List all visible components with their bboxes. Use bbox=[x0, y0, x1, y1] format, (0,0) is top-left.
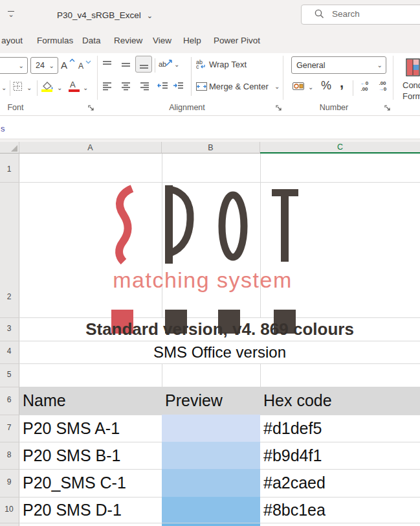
bottom-align-button[interactable] bbox=[135, 56, 152, 73]
font-size-select[interactable]: 24⌄ bbox=[30, 57, 58, 74]
increase-indent-button[interactable] bbox=[173, 82, 184, 91]
ribbon-tab-row: ayout Formulas Data Review View Help Pow… bbox=[0, 30, 420, 53]
orientation-button[interactable]: ab bbox=[159, 58, 173, 70]
cell-a10-name[interactable]: P20 SMS D-1 bbox=[23, 497, 122, 523]
tab-review[interactable]: Review bbox=[114, 36, 142, 45]
preview-cell-b9[interactable] bbox=[162, 469, 260, 497]
search-icon bbox=[315, 9, 324, 19]
shrink-font-button[interactable]: A bbox=[78, 58, 94, 73]
document-title[interactable]: P30_v4_sRGB_Excel⌄ bbox=[57, 10, 153, 20]
alignment-dialog-launcher[interactable] bbox=[276, 105, 282, 111]
row-header-5[interactable]: 5 bbox=[0, 370, 18, 380]
cell-c8-hex[interactable]: #b9d4f1 bbox=[263, 442, 322, 469]
conditional-formatting-button[interactable]: Cond Forma bbox=[403, 58, 420, 100]
orientation-dropdown-icon[interactable]: ⌄ bbox=[174, 61, 179, 68]
fill-color-button[interactable] bbox=[41, 81, 54, 94]
preview-cell-b11-peek bbox=[162, 523, 260, 526]
column-header-a[interactable]: A bbox=[19, 142, 162, 154]
row-header-3[interactable]: 3 bbox=[0, 324, 18, 334]
cell-a9-name[interactable]: P20_SMS C-1 bbox=[23, 469, 126, 497]
tab-formulas[interactable]: Formulas bbox=[37, 36, 73, 45]
borders-dropdown-icon[interactable]: ⌄ bbox=[27, 84, 32, 91]
row-header-6[interactable]: 6 bbox=[0, 395, 18, 406]
row-header-1[interactable]: 1 bbox=[0, 165, 18, 175]
percent-style-button[interactable]: % bbox=[321, 79, 331, 93]
accounting-format-button[interactable] bbox=[293, 81, 305, 91]
logo-tagline: matching system bbox=[104, 268, 302, 292]
select-all-triangle-icon bbox=[11, 145, 17, 152]
row-header-8[interactable]: 8 bbox=[0, 450, 18, 461]
search-placeholder: Search bbox=[332, 9, 360, 19]
preview-cell-b10[interactable] bbox=[162, 497, 260, 523]
table-header-hex[interactable]: Hex code bbox=[263, 387, 332, 415]
table-header-preview[interactable]: Preview bbox=[165, 387, 223, 415]
row-header-2[interactable]: 2 bbox=[0, 292, 18, 303]
alignment-group-label: Alignment bbox=[161, 103, 213, 112]
ribbon-options-icon[interactable]: ⌄ bbox=[6, 9, 16, 19]
tab-data[interactable]: Data bbox=[82, 36, 101, 45]
column-header-c-selected[interactable]: C bbox=[260, 142, 420, 154]
fill-color-swatch bbox=[41, 89, 52, 92]
cell-a7-name[interactable]: P20 SMS A-1 bbox=[23, 415, 120, 442]
align-center-button[interactable] bbox=[121, 82, 131, 91]
formula-bar-fragment: s bbox=[1, 124, 5, 133]
font-name-select[interactable]: ⌄ bbox=[0, 57, 28, 74]
svg-text:c: c bbox=[196, 63, 199, 69]
tab-page-layout[interactable]: ayout bbox=[1, 36, 23, 45]
select-all-button[interactable] bbox=[0, 142, 19, 154]
tab-power-pivot[interactable]: Power Pivot bbox=[214, 36, 260, 45]
cell-c9-hex[interactable]: #a2caed bbox=[263, 469, 326, 497]
ribbon: ⌄ 24⌄ A A ⌄ ⌄ ⌄ A ⌄ Font bbox=[0, 53, 420, 116]
font-color-button[interactable]: A bbox=[69, 80, 82, 94]
preview-cell-b8[interactable] bbox=[162, 442, 260, 469]
row-header-10[interactable]: 10 bbox=[0, 505, 18, 515]
decrease-decimal-button[interactable]: .00→0 bbox=[375, 80, 390, 92]
chevron-down-icon: ⌄ bbox=[147, 12, 153, 19]
font-dialog-launcher[interactable] bbox=[88, 105, 94, 111]
row-header-9[interactable]: 9 bbox=[0, 477, 18, 488]
cell-c7-hex[interactable]: #d1def5 bbox=[263, 415, 322, 442]
row-header-column: 1 2 3 4 5 6 7 8 9 10 bbox=[0, 154, 19, 526]
align-right-button[interactable] bbox=[140, 82, 149, 91]
tab-view[interactable]: View bbox=[153, 36, 171, 45]
borders-button[interactable] bbox=[13, 82, 23, 94]
table-header-name[interactable]: Name bbox=[23, 387, 66, 415]
clipped-dropdown-icon[interactable]: ⌄ bbox=[1, 84, 6, 91]
formula-bar[interactable]: s bbox=[0, 116, 420, 139]
font-color-swatch bbox=[69, 89, 80, 92]
comma-style-button[interactable]: , bbox=[340, 74, 344, 91]
number-dialog-launcher[interactable] bbox=[384, 105, 391, 111]
align-left-button[interactable] bbox=[102, 82, 112, 91]
title-bar: ⌄ P30_v4_sRGB_Excel⌄ Search bbox=[0, 0, 420, 30]
cell-a8-name[interactable]: P20 SMS B-1 bbox=[23, 442, 120, 469]
column-header-b[interactable]: B bbox=[162, 142, 260, 154]
fill-color-dropdown-icon[interactable]: ⌄ bbox=[57, 84, 62, 91]
number-format-select[interactable]: General⌄ bbox=[291, 56, 386, 74]
grow-font-button[interactable]: A bbox=[61, 58, 76, 73]
tab-help[interactable]: Help bbox=[183, 36, 201, 45]
top-align-button[interactable] bbox=[102, 60, 112, 69]
row-header-7[interactable]: 7 bbox=[0, 423, 18, 433]
cell-c10-hex[interactable]: #8bc1ea bbox=[263, 497, 326, 523]
row-header-4[interactable]: 4 bbox=[0, 347, 18, 357]
preview-cell-b7[interactable] bbox=[162, 415, 260, 442]
decrease-indent-button[interactable] bbox=[157, 82, 168, 91]
sheet-title-office-version[interactable]: SMS Office version bbox=[19, 341, 420, 363]
spot-logo-letters bbox=[104, 183, 304, 268]
number-group-label: Number bbox=[315, 103, 353, 112]
conditional-formatting-icon bbox=[406, 58, 420, 76]
font-color-dropdown-icon[interactable]: ⌄ bbox=[83, 84, 88, 91]
accounting-dropdown-icon[interactable]: ⌄ bbox=[308, 84, 313, 91]
increase-decimal-button[interactable]: ←0.00 bbox=[357, 80, 372, 92]
merge-center-dropdown-icon: ⌄ bbox=[274, 83, 280, 90]
font-group-label: Font bbox=[1, 103, 30, 112]
middle-align-button[interactable] bbox=[121, 60, 131, 69]
sheet-title-standard-version[interactable]: Standard version, v4. 869 colours bbox=[19, 317, 420, 341]
